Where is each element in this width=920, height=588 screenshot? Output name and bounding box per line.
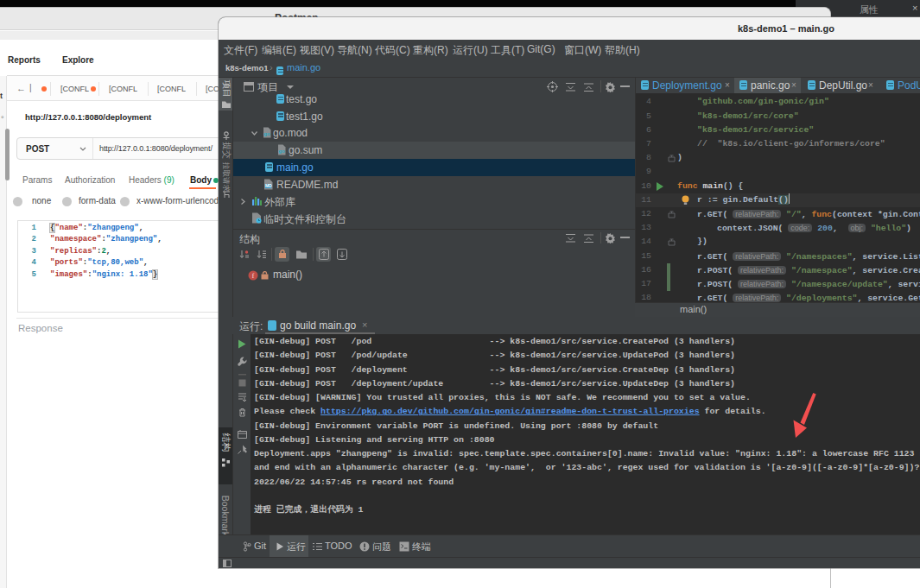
svg-text:go: go: [278, 149, 285, 154]
svg-text:go: go: [263, 131, 270, 136]
svg-text:f: f: [252, 271, 255, 280]
svg-text:MD: MD: [265, 183, 272, 188]
